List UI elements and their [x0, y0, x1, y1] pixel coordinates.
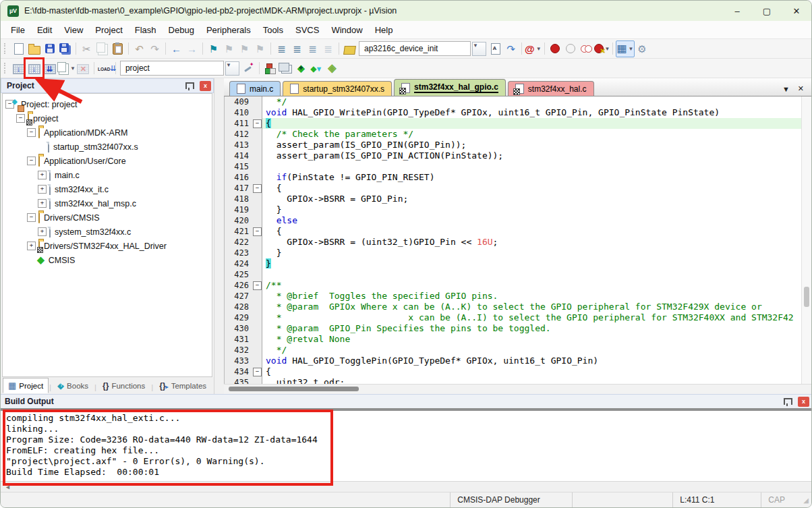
- disable-all-breakpoints-button[interactable]: [579, 41, 594, 57]
- tree-expander[interactable]: −: [27, 157, 36, 165]
- symbol-combo-dropdown[interactable]: ▼: [472, 42, 486, 56]
- select-software-packs-button[interactable]: ◆▼: [309, 61, 324, 76]
- tab-close-icon[interactable]: ✕: [794, 84, 807, 93]
- undo-button[interactable]: ↶: [132, 41, 147, 57]
- translate-file-button[interactable]: ↓: [11, 61, 26, 76]
- editor-tab-startup-stm32f407xx-s[interactable]: startup_stm32f407xx.s: [283, 81, 392, 96]
- tree-expander[interactable]: +: [38, 185, 47, 194]
- build-output-scrollbar[interactable]: ◄: [1, 481, 811, 492]
- tree-expander[interactable]: +: [38, 171, 47, 179]
- stop-build-button[interactable]: ✕: [76, 61, 91, 76]
- save-all-button[interactable]: [57, 41, 73, 57]
- menu-peripherals[interactable]: Peripherals: [200, 22, 257, 38]
- editor-tab-stm32f4xx-hal-c[interactable]: stm32f4xx_hal.c: [508, 81, 594, 96]
- panel-tab-functions[interactable]: {}Functions: [97, 378, 150, 393]
- comment-selection-button[interactable]: ≣: [305, 41, 320, 57]
- scrollbar-thumb[interactable]: [229, 387, 359, 391]
- manage-project-items-button[interactable]: [262, 61, 278, 76]
- unindent-button[interactable]: ≣: [274, 41, 289, 57]
- debug-windows-button[interactable]: ▦▼: [616, 40, 634, 57]
- target-combo-dropdown[interactable]: ▼: [225, 61, 239, 76]
- panel-tab-books[interactable]: ◆Books: [52, 378, 94, 393]
- cut-button[interactable]: ✂: [79, 41, 94, 57]
- tree-item-cmsis[interactable]: ◆CMSIS: [3, 253, 212, 267]
- build-output-log[interactable]: compiling stm32f4xx_hal_exti.c...linking…: [1, 411, 811, 481]
- fold-collapse-icon[interactable]: −: [253, 227, 262, 236]
- menu-view[interactable]: View: [58, 22, 89, 38]
- editor-vertical-scrollbar[interactable]: [801, 96, 811, 384]
- fold-collapse-icon[interactable]: −: [253, 184, 262, 193]
- clear-all-bookmarks-button[interactable]: ⚑: [252, 41, 268, 57]
- tree-item-stm32f4xx-hal-msp-c[interactable]: +stm32f4xx_hal_msp.c: [3, 196, 212, 210]
- code-editor[interactable]: 409 */410void HAL_GPIO_WritePin(GPIO_Typ…: [224, 96, 811, 384]
- redo-button[interactable]: ↷: [147, 41, 163, 57]
- next-bookmark-button[interactable]: ⚑: [237, 41, 252, 57]
- previous-bookmark-button[interactable]: ⚑: [221, 41, 237, 57]
- pin-icon[interactable]: [784, 398, 792, 405]
- tree-expander[interactable]: −: [27, 128, 36, 137]
- tree-item-drivers-cmsis[interactable]: −Drivers/CMSIS: [3, 210, 212, 225]
- save-button[interactable]: [42, 41, 57, 57]
- manage-rte-button[interactable]: ◆: [293, 61, 309, 76]
- tree-item-main-c[interactable]: +main.c: [3, 168, 212, 182]
- navigate-back-button[interactable]: ←: [169, 41, 184, 57]
- find-in-files-button[interactable]: A: [488, 41, 503, 57]
- symbol-combo[interactable]: ap3216c_device_init: [359, 41, 471, 56]
- menu-flash[interactable]: Flash: [129, 22, 163, 38]
- close-button[interactable]: ✕: [782, 1, 811, 21]
- fold-collapse-icon[interactable]: −: [253, 281, 262, 290]
- tree-item-stm32f4xx-it-c[interactable]: +stm32f4xx_it.c: [3, 182, 212, 196]
- kill-all-breakpoints-button[interactable]: ✕▼: [594, 41, 610, 57]
- editor-horizontal-scrollbar[interactable]: [224, 384, 811, 394]
- menu-help[interactable]: Help: [369, 22, 399, 38]
- tab-list-dropdown-icon[interactable]: ▼: [779, 85, 793, 93]
- maximize-button[interactable]: ▢: [752, 1, 782, 21]
- tree-item-drivers-stm32f4xx-hal-driver[interactable]: +Drivers/STM32F4xx_HAL_Driver: [3, 239, 212, 253]
- tree-expander[interactable]: −: [16, 114, 25, 123]
- menu-edit[interactable]: Edit: [31, 22, 58, 38]
- incremental-find-button[interactable]: ↷: [503, 41, 519, 57]
- tree-expander[interactable]: +: [38, 227, 47, 236]
- tree-item-system-stm32f4xx-c[interactable]: +system_stm32f4xx.c: [3, 225, 212, 239]
- insert-remove-breakpoint-button[interactable]: [548, 41, 563, 57]
- editor-tab-main-c[interactable]: main.c: [229, 81, 281, 96]
- panel-tab-project[interactable]: ▦Project: [3, 378, 49, 393]
- menu-window[interactable]: Window: [325, 22, 368, 38]
- menu-svcs[interactable]: SVCS: [289, 22, 325, 38]
- menu-project[interactable]: Project: [89, 22, 128, 38]
- build-output-close-icon[interactable]: x: [798, 397, 809, 407]
- paste-button[interactable]: [110, 41, 125, 57]
- target-options-button[interactable]: [241, 61, 256, 76]
- fold-collapse-icon[interactable]: −: [253, 368, 262, 376]
- menu-debug[interactable]: Debug: [163, 22, 200, 38]
- minimize-button[interactable]: –: [722, 1, 752, 21]
- project-panel-close-icon[interactable]: x: [200, 81, 211, 91]
- tree-item-project-project[interactable]: −◆Project: project: [3, 97, 212, 111]
- build-button[interactable]: ↓: [26, 61, 42, 76]
- pack-installer-button[interactable]: ◈: [324, 61, 340, 76]
- tree-expander[interactable]: +: [38, 199, 47, 208]
- quick-search-button[interactable]: @▼: [525, 41, 542, 57]
- project-tree[interactable]: −◆Project: project−project−Application/M…: [2, 93, 212, 377]
- new-file-button[interactable]: [11, 41, 26, 57]
- panel-tab-templates[interactable]: {}▸Templates: [154, 378, 212, 393]
- file-extensions-button[interactable]: [278, 61, 293, 76]
- download-button[interactable]: LOAD⇊: [97, 61, 113, 76]
- indent-button[interactable]: ≣: [289, 41, 305, 57]
- uncomment-selection-button[interactable]: ≣: [320, 41, 336, 57]
- find-in-files-book-button[interactable]: [342, 41, 357, 57]
- toggle-bookmark-button[interactable]: ⚑: [206, 41, 221, 57]
- rebuild-all-button[interactable]: ⇊: [42, 61, 57, 76]
- configure-target-wrench-button[interactable]: ⚙: [635, 41, 650, 57]
- tree-item-project[interactable]: −project: [3, 111, 212, 125]
- tree-item-startup-stm32f407xx-s[interactable]: startup_stm32f407xx.s: [3, 140, 212, 154]
- editor-tab-stm32f4xx-hal-gpio-c[interactable]: stm32f4xx_hal_gpio.c: [394, 79, 506, 96]
- tree-item-application-mdk-arm[interactable]: −Application/MDK-ARM: [3, 125, 212, 140]
- pin-icon[interactable]: [185, 82, 194, 89]
- menu-file[interactable]: File: [5, 22, 31, 38]
- tree-expander[interactable]: −: [27, 213, 36, 222]
- copy-button[interactable]: [94, 41, 110, 57]
- open-file-button[interactable]: [26, 41, 42, 57]
- fold-collapse-icon[interactable]: −: [253, 119, 262, 128]
- enable-disable-breakpoint-button[interactable]: [563, 41, 579, 57]
